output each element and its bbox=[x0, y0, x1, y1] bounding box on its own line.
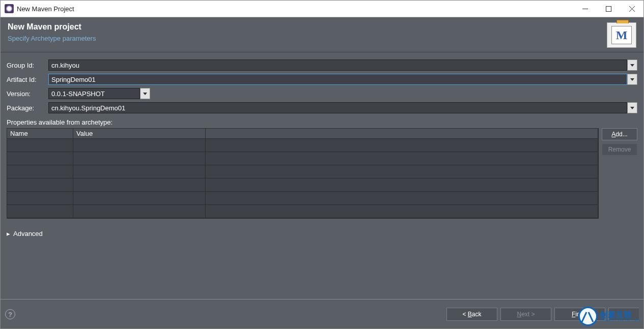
remove-button: Remove bbox=[602, 143, 637, 156]
advanced-toggle[interactable]: ▸ Advanced bbox=[7, 230, 637, 237]
svg-rect-1 bbox=[606, 6, 611, 11]
table-row[interactable] bbox=[7, 178, 598, 192]
group-id-dropdown[interactable] bbox=[627, 59, 637, 71]
properties-side-buttons: Add... Remove bbox=[602, 128, 637, 159]
form-area: Group Id: Artifact Id: Version: Package:… bbox=[1, 52, 643, 243]
label-group-id: Group Id: bbox=[7, 62, 48, 69]
table-header: Name Value bbox=[7, 129, 598, 139]
row-package: Package: bbox=[7, 102, 637, 113]
watermark-icon bbox=[578, 307, 598, 326]
properties-row: Name Value Add... Remove bbox=[7, 128, 637, 219]
label-package: Package: bbox=[7, 104, 48, 112]
table-row[interactable] bbox=[7, 139, 598, 152]
properties-table[interactable]: Name Value bbox=[7, 128, 599, 219]
row-version: Version: bbox=[7, 88, 637, 99]
watermark-cn: 创新互联 bbox=[600, 311, 640, 318]
table-row[interactable] bbox=[7, 165, 598, 178]
col-name[interactable]: Name bbox=[7, 129, 73, 139]
titlebar: New Maven Project bbox=[1, 1, 643, 17]
artifact-id-input[interactable] bbox=[48, 74, 627, 85]
chevron-right-icon: ▸ bbox=[7, 230, 10, 237]
artifact-id-combo bbox=[48, 74, 637, 85]
page-subtitle: Specify Archetype parameters bbox=[8, 35, 96, 42]
window-title: New Maven Project bbox=[17, 5, 573, 13]
group-id-input[interactable] bbox=[48, 59, 627, 71]
close-button[interactable] bbox=[620, 1, 643, 17]
artifact-id-dropdown[interactable] bbox=[627, 74, 637, 85]
group-id-combo bbox=[48, 59, 637, 71]
page-title: New Maven project bbox=[8, 22, 96, 32]
wizard-header: New Maven project Specify Archetype para… bbox=[1, 17, 643, 52]
next-button: Next > bbox=[500, 308, 551, 321]
label-version: Version: bbox=[7, 90, 48, 98]
row-group-id: Group Id: bbox=[7, 59, 637, 71]
advanced-label: Advanced bbox=[13, 230, 43, 237]
version-input[interactable] bbox=[48, 88, 140, 99]
package-input[interactable] bbox=[48, 102, 627, 113]
maximize-button[interactable] bbox=[597, 1, 620, 17]
package-dropdown[interactable] bbox=[627, 102, 637, 113]
wizard-footer: ? < Back Next > Finish bbox=[0, 300, 644, 329]
label-artifact-id: Artifact Id: bbox=[7, 76, 48, 83]
package-combo bbox=[48, 102, 637, 113]
table-row[interactable] bbox=[7, 205, 598, 218]
add-button[interactable]: Add... bbox=[602, 128, 637, 140]
watermark-en: CHUANG XIN HU LIAN bbox=[600, 318, 640, 322]
back-button[interactable]: < Back bbox=[446, 308, 497, 321]
eclipse-icon bbox=[5, 4, 14, 13]
maven-icon: M bbox=[607, 22, 636, 48]
minimize-button[interactable] bbox=[573, 1, 597, 17]
col-rest bbox=[206, 129, 598, 139]
col-value[interactable]: Value bbox=[73, 129, 206, 139]
version-dropdown[interactable] bbox=[140, 88, 150, 99]
help-icon[interactable]: ? bbox=[5, 309, 15, 319]
table-row[interactable] bbox=[7, 152, 598, 165]
window-controls bbox=[573, 1, 643, 17]
properties-heading: Properties available from archetype: bbox=[7, 118, 637, 126]
table-row[interactable] bbox=[7, 192, 598, 205]
watermark: 创新互联 CHUANG XIN HU LIAN bbox=[578, 307, 640, 326]
version-combo bbox=[48, 88, 150, 99]
row-artifact-id: Artifact Id: bbox=[7, 74, 637, 85]
